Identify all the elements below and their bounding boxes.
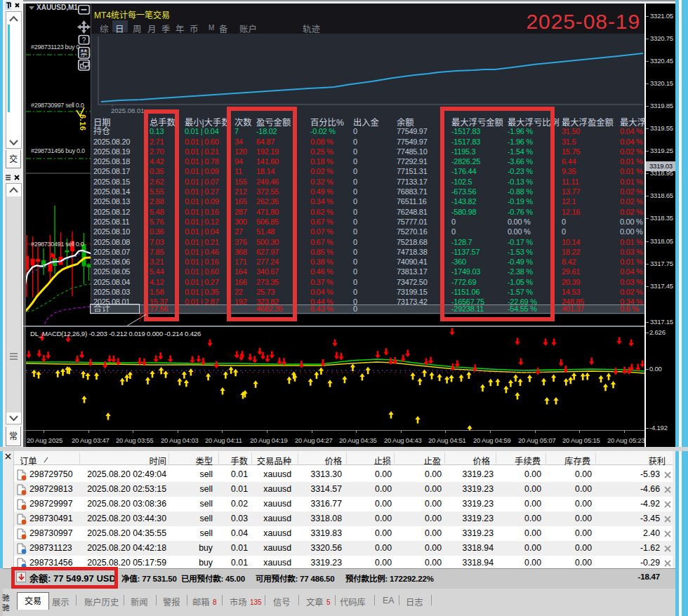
svg-text:禁: 禁 [80,49,88,58]
svg-text:?: ? [82,36,86,44]
